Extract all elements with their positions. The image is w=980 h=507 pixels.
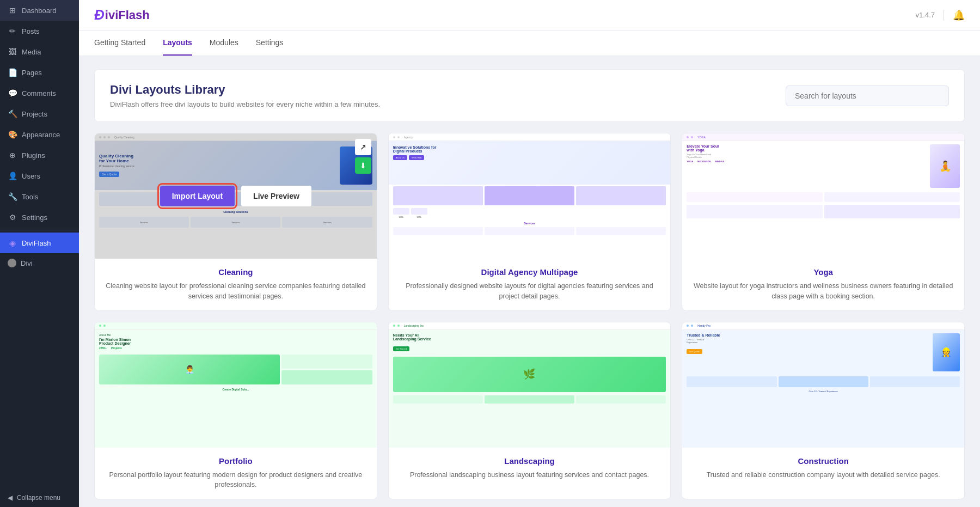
card-body-cleaning: Cleaning Cleaning website layout for pro…	[95, 259, 377, 310]
collapse-label: Collapse menu	[17, 494, 60, 502]
sidebar: ⊞ Dashboard ✏ Posts 🖼 Media 📄 Pages 💬 Co…	[0, 0, 79, 507]
tab-modules[interactable]: Modules	[210, 30, 238, 56]
sidebar-label-plugins: Plugins	[22, 151, 45, 160]
card-desc-digital: Professionally designed website layouts …	[397, 281, 662, 302]
card-desc-construction: Trusted and reliable construction compan…	[691, 470, 955, 480]
card-desc-landscaping: Professional landscaping business layout…	[397, 470, 662, 480]
library-header: Divi Layouts Library DiviFlash offers fr…	[94, 69, 965, 122]
media-icon: 🖼	[8, 47, 17, 57]
nav-tabs: Getting Started Layouts Modules Settings	[79, 30, 980, 56]
card-overlay-cleaning: Import Layout Live Preview	[95, 133, 377, 259]
sidebar-item-divi[interactable]: Divi	[0, 253, 79, 273]
card-title-construction: Construction	[691, 456, 955, 466]
sidebar-item-dashboard[interactable]: ⊞ Dashboard	[0, 0, 79, 21]
card-desc-portfolio: Personal portfolio layout featuring mode…	[103, 470, 368, 491]
sidebar-label-users: Users	[22, 172, 40, 180]
card-image-digital[interactable]: Agency Innovative Solutions forDigital P…	[389, 133, 671, 259]
card-body-yoga: Yoga Website layout for yoga instructors…	[682, 259, 964, 310]
card-body-construction: Construction Trusted and reliable constr…	[682, 448, 964, 489]
sidebar-item-posts[interactable]: ✏ Posts	[0, 21, 79, 41]
layout-card-digital: Agency Innovative Solutions forDigital P…	[388, 133, 671, 311]
sidebar-item-diviflash[interactable]: ◈ DiviFlash	[0, 233, 79, 253]
expand-icon-cleaning[interactable]: ↗	[355, 139, 371, 155]
comments-icon: 💬	[8, 88, 17, 98]
settings-icon: ⚙	[8, 212, 17, 222]
card-desc-cleaning: Cleaning website layout for professional…	[103, 281, 368, 302]
card-image-yoga[interactable]: YOGA Elevate Your Soulwith Yoga Yoga for…	[682, 133, 964, 259]
pages-icon: 📄	[8, 68, 17, 77]
sidebar-label-comments: Comments	[22, 89, 56, 97]
card-desc-yoga: Website layout for yoga instructors and …	[691, 281, 955, 302]
sidebar-label-appearance: Appearance	[22, 131, 60, 139]
sidebar-label-media: Media	[22, 48, 41, 56]
layout-card-portfolio: About Me I'm Marlon SimonProduct Designe…	[94, 322, 377, 500]
layout-card-cleaning: Quality Cleaning Quality Cleaningfor You…	[94, 133, 377, 311]
card-image-landscaping[interactable]: Landscaping Inc Needs Your AllLandscapin…	[389, 322, 671, 448]
sidebar-item-users[interactable]: 👤 Users	[0, 166, 79, 186]
sidebar-label-projects: Projects	[22, 110, 47, 118]
sidebar-divider	[0, 230, 79, 230]
card-action-top-cleaning: ↗ ⬇	[355, 139, 371, 174]
sidebar-label-diviflash: DiviFlash	[22, 239, 51, 247]
sidebar-item-media[interactable]: 🖼 Media	[0, 41, 79, 62]
library-info: Divi Layouts Library DiviFlash offers fr…	[110, 83, 380, 108]
header-divider	[944, 10, 944, 21]
logo-icon-d: Ð	[94, 7, 105, 23]
sidebar-item-projects[interactable]: 🔨 Projects	[0, 103, 79, 124]
card-body-digital: Digital Agency Multipage Professionally …	[389, 259, 671, 310]
version-label: v1.4.7	[916, 11, 935, 19]
main-content: Ð iviFlash v1.4.7 🔔 Getting Started Layo…	[79, 0, 980, 507]
tab-getting-started[interactable]: Getting Started	[94, 30, 145, 56]
sidebar-label-settings: Settings	[22, 213, 47, 222]
sidebar-item-appearance[interactable]: 🎨 Appearance	[0, 124, 79, 145]
header-logo: Ð iviFlash	[94, 7, 150, 23]
card-image-cleaning[interactable]: Quality Cleaning Quality Cleaningfor You…	[95, 133, 377, 259]
search-input[interactable]	[786, 85, 949, 106]
users-icon: 👤	[8, 171, 17, 181]
collapse-menu-button[interactable]: ◀ Collapse menu	[0, 488, 79, 507]
library-subtitle: DiviFlash offers free divi layouts to bu…	[110, 100, 380, 108]
sidebar-item-pages[interactable]: 📄 Pages	[0, 62, 79, 83]
sidebar-item-tools[interactable]: 🔧 Tools	[0, 186, 79, 207]
download-icon-cleaning[interactable]: ⬇	[355, 157, 371, 174]
notification-bell-icon[interactable]: 🔔	[953, 9, 965, 21]
card-title-portfolio: Portfolio	[103, 456, 368, 466]
layout-card-yoga: YOGA Elevate Your Soulwith Yoga Yoga for…	[682, 133, 965, 311]
projects-icon: 🔨	[8, 109, 17, 119]
sidebar-item-comments[interactable]: 💬 Comments	[0, 83, 79, 103]
header-right: v1.4.7 🔔	[916, 9, 965, 21]
tab-settings[interactable]: Settings	[256, 30, 284, 56]
dashboard-icon: ⊞	[8, 5, 17, 15]
card-title-digital: Digital Agency Multipage	[397, 267, 662, 277]
sidebar-label-tools: Tools	[22, 193, 38, 201]
card-image-construction[interactable]: Handy Pro Trusted & Reliable Over 12+ Ye…	[682, 322, 964, 448]
layout-card-landscaping: Landscaping Inc Needs Your AllLandscapin…	[388, 322, 671, 500]
library-title: Divi Layouts Library	[110, 83, 380, 97]
header: Ð iviFlash v1.4.7 🔔	[79, 0, 980, 30]
content-area: Divi Layouts Library DiviFlash offers fr…	[79, 56, 980, 507]
live-preview-button-cleaning[interactable]: Live Preview	[241, 186, 311, 206]
card-body-landscaping: Landscaping Professional landscaping bus…	[389, 448, 671, 489]
logo-text: iviFlash	[105, 8, 150, 22]
sidebar-label-dashboard: Dashboard	[22, 7, 57, 15]
layout-grid: Quality Cleaning Quality Cleaningfor You…	[94, 133, 965, 499]
diviflash-icon: ◈	[8, 238, 17, 248]
tools-icon: 🔧	[8, 192, 17, 201]
appearance-icon: 🎨	[8, 130, 17, 139]
collapse-icon: ◀	[8, 494, 13, 502]
card-title-cleaning: Cleaning	[103, 267, 368, 277]
card-title-landscaping: Landscaping	[397, 456, 662, 466]
sidebar-item-plugins[interactable]: ⊕ Plugins	[0, 145, 79, 166]
sidebar-label-divi: Divi	[21, 259, 33, 267]
sidebar-item-settings[interactable]: ⚙ Settings	[0, 207, 79, 228]
layout-card-construction: Handy Pro Trusted & Reliable Over 12+ Ye…	[682, 322, 965, 500]
divi-icon	[8, 259, 16, 267]
plugins-icon: ⊕	[8, 150, 17, 160]
card-body-portfolio: Portfolio Personal portfolio layout feat…	[95, 448, 377, 499]
tab-layouts[interactable]: Layouts	[163, 30, 192, 56]
import-layout-button-cleaning[interactable]: Import Layout	[160, 186, 235, 206]
card-title-yoga: Yoga	[691, 267, 955, 277]
sidebar-label-pages: Pages	[22, 69, 42, 77]
sidebar-label-posts: Posts	[22, 27, 40, 35]
card-image-portfolio[interactable]: About Me I'm Marlon SimonProduct Designe…	[95, 322, 377, 448]
